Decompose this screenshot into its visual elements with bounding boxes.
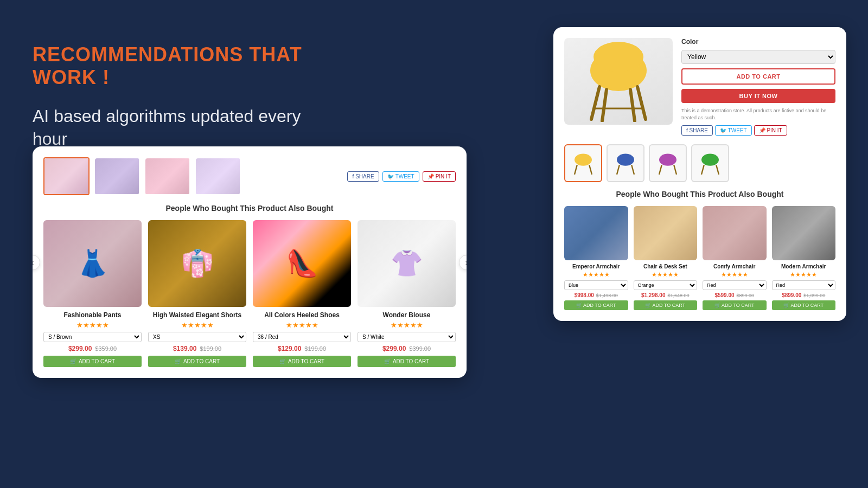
furn-add-btn-4[interactable]: 🛒 ADD TO CART: [772, 300, 836, 310]
furn-price-row-1: $998.00 $1,498.00: [575, 292, 618, 298]
tweet-button-right[interactable]: 🐦 TWEET: [715, 125, 752, 136]
add-to-cart-button-4[interactable]: 🛒 ADD TO CART: [358, 356, 456, 367]
chair-thumbnails: [564, 144, 835, 182]
svg-line-4: [602, 89, 607, 121]
add-to-cart-button-2[interactable]: 🛒 ADD TO CART: [148, 356, 246, 367]
product-image-2: 👘: [148, 220, 246, 307]
product-image-4: 👚: [358, 220, 456, 307]
fashion-products-grid: 👗 Fashionable Pants ★★★★★ S / Brown $299…: [43, 220, 456, 367]
furn-name-4: Modern Armchair: [781, 264, 826, 269]
list-item: 👘 High Waisted Elegant Shorts ★★★★★ XS $…: [148, 220, 246, 367]
color-select[interactable]: Yellow Blue Purple Green: [681, 50, 835, 64]
share-button-right[interactable]: f SHARE: [681, 125, 713, 136]
thumbnail-2[interactable]: [94, 157, 140, 195]
social-buttons-right: f SHARE 🐦 TWEET 📌 PIN IT: [681, 125, 835, 136]
furniture-image-1: [564, 206, 628, 260]
svg-line-2: [591, 87, 599, 119]
thumbnail-1[interactable]: [43, 157, 90, 195]
furn-name-1: Emperor Armchair: [572, 264, 620, 269]
chair-thumb-purple[interactable]: [649, 144, 687, 182]
furn-original-4: $1,099.00: [803, 293, 825, 298]
furn-stars-2: ★★★★★: [652, 271, 679, 278]
furniture-section-title: People Who Bought This Product Also Boug…: [564, 190, 835, 198]
furn-name-2: Chair & Desk Set: [643, 264, 687, 269]
product-name-1: Fashionable Pants: [63, 311, 121, 319]
list-item: Modern Armchair ★★★★★ Red $899.00 $1,099…: [772, 206, 836, 310]
furn-add-btn-3[interactable]: 🛒 ADD TO CART: [703, 300, 767, 310]
svg-line-9: [589, 165, 592, 175]
product-image-1: 👗: [43, 220, 142, 307]
furn-name-3: Comfy Armchair: [713, 264, 755, 269]
chair-thumb-blue[interactable]: [607, 144, 644, 182]
svg-point-7: [575, 154, 592, 166]
list-item: Emperor Armchair ★★★★★ Blue $998.00 $1,4…: [564, 206, 628, 310]
chair-main-image: [564, 38, 673, 125]
product-stars-1: ★★★★★: [76, 321, 109, 329]
svg-line-17: [701, 165, 704, 175]
prev-arrow[interactable]: ‹: [33, 255, 40, 270]
thumbnail-4[interactable]: [195, 157, 241, 195]
furn-variant-3[interactable]: Red: [703, 280, 767, 290]
twitter-icon: 🐦: [387, 174, 394, 179]
furn-add-btn-1[interactable]: 🛒 ADD TO CART: [564, 300, 628, 310]
furn-variant-2[interactable]: Orange: [634, 280, 698, 290]
price-row-2: $139.00 $199.00: [173, 345, 221, 352]
chair-thumb-yellow[interactable]: [564, 144, 602, 182]
furn-add-btn-2[interactable]: 🛒 ADD TO CART: [634, 300, 698, 310]
furn-variant-1[interactable]: Blue: [564, 280, 628, 290]
hero-section: RECOMMENDATIONS THAT WORK ! AI based alg…: [33, 43, 304, 150]
furniture-image-4: [772, 206, 836, 260]
svg-line-15: [674, 165, 676, 175]
svg-point-13: [659, 154, 676, 166]
product-name-2: High Waisted Elegant Shorts: [153, 311, 242, 319]
share-button[interactable]: f SHARE: [347, 171, 379, 182]
variant-select-2[interactable]: XS: [148, 332, 246, 342]
color-label: Color: [681, 38, 835, 46]
next-arrow[interactable]: ›: [459, 255, 467, 270]
tweet-button[interactable]: 🐦 TWEET: [382, 171, 419, 182]
furniture-card: Color Yellow Blue Purple Green ADD TO CA…: [553, 27, 846, 321]
svg-point-16: [701, 154, 719, 166]
furn-price-4: $899.00: [782, 292, 801, 298]
svg-line-5: [630, 89, 635, 121]
pin-button-right[interactable]: 📌 PIN IT: [754, 125, 787, 136]
product-name-3: All Colors Heeled Shoes: [264, 311, 340, 319]
pin-button[interactable]: 📌 PIN IT: [423, 171, 456, 182]
thumbnail-3[interactable]: [144, 157, 190, 195]
price-current-1: $299.00: [68, 345, 92, 352]
price-current-2: $139.00: [173, 345, 196, 352]
product-image-3: 👠: [253, 220, 351, 307]
price-original-4: $399.00: [409, 345, 431, 352]
buy-now-button[interactable]: BUY IT NOW: [681, 89, 835, 103]
variant-select-4[interactable]: S / White: [358, 332, 456, 342]
furn-original-3: $899.00: [737, 293, 755, 298]
chair-thumb-green[interactable]: [691, 144, 729, 182]
furn-price-2: $1,298.00: [641, 292, 666, 298]
add-to-cart-main-button[interactable]: ADD TO CART: [681, 68, 835, 85]
variant-select-1[interactable]: S / Brown: [43, 332, 142, 342]
price-row-3: $129.00 $199.00: [278, 345, 326, 352]
facebook-icon: f: [352, 174, 354, 179]
furn-variant-4[interactable]: Red: [772, 280, 836, 290]
fashion-card: ‹ › f SHARE 🐦 TWEET 📌 P: [33, 146, 467, 378]
hero-subtitle: AI based algorithms updated every hour: [33, 105, 304, 150]
svg-point-1: [593, 42, 643, 72]
furniture-image-3: [703, 206, 767, 260]
svg-line-14: [659, 165, 662, 175]
add-to-cart-button-1[interactable]: 🛒 ADD TO CART: [43, 356, 142, 367]
list-item: Comfy Armchair ★★★★★ Red $599.00 $899.00…: [703, 206, 767, 310]
furn-stars-3: ★★★★★: [721, 271, 748, 278]
furniture-products-grid: Emperor Armchair ★★★★★ Blue $998.00 $1,4…: [564, 206, 835, 310]
price-current-4: $299.00: [382, 345, 406, 352]
product-name-4: Wonder Blouse: [383, 311, 431, 319]
cart-icon: 🛒: [175, 358, 181, 364]
chair-buy-section: Color Yellow Blue Purple Green ADD TO CA…: [681, 38, 835, 136]
svg-line-11: [617, 165, 620, 175]
add-to-cart-button-3[interactable]: 🛒 ADD TO CART: [253, 356, 351, 367]
chair-main-section: Color Yellow Blue Purple Green ADD TO CA…: [564, 38, 835, 136]
list-item: 👗 Fashionable Pants ★★★★★ S / Brown $299…: [43, 220, 142, 367]
variant-select-3[interactable]: 36 / Red: [253, 332, 351, 342]
svg-point-10: [617, 154, 634, 166]
price-original-3: $199.00: [304, 345, 326, 352]
furn-original-2: $1,648.00: [667, 293, 689, 298]
